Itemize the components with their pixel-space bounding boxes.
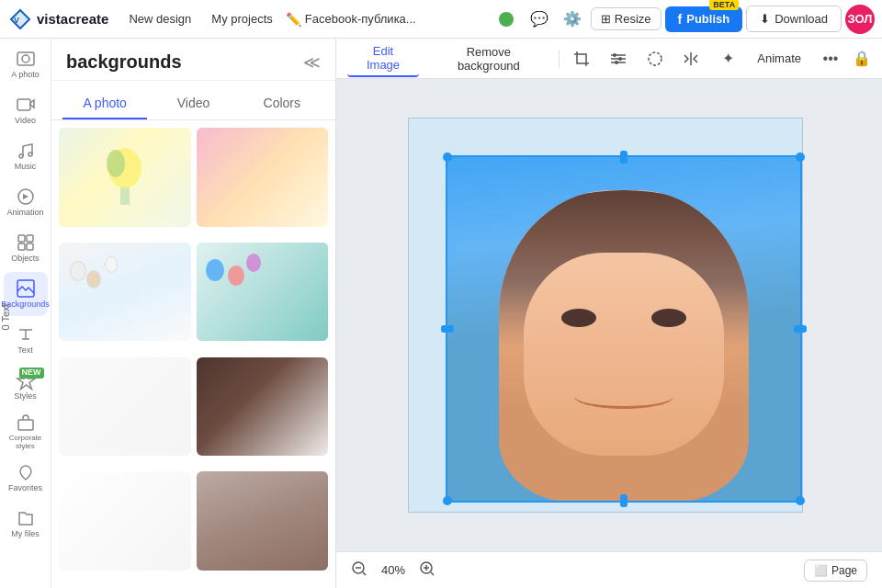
new-design-btn[interactable]: New design: [121, 8, 198, 29]
image-grid: [51, 120, 335, 588]
page-btn[interactable]: ⬜ Page: [804, 560, 867, 582]
animation-icon: [16, 187, 36, 207]
panel-title: backgrounds: [66, 51, 182, 73]
download-btn[interactable]: ⬇ Download: [746, 6, 842, 32]
svg-point-7: [28, 153, 32, 156]
music-icon: [16, 141, 36, 161]
crop-icon: [573, 51, 590, 67]
adjust-btn[interactable]: [604, 44, 633, 74]
panel-tabs: A photo Video Colors: [51, 81, 335, 120]
sidebar-item-photo[interactable]: A photo: [4, 42, 48, 86]
download-icon: ⬇: [760, 12, 770, 26]
favorites-icon: [16, 462, 36, 482]
bg-image-3[interactable]: [59, 243, 191, 342]
project-name[interactable]: ✏️ Facebook-публика...: [286, 12, 416, 27]
svg-rect-11: [18, 243, 25, 250]
facebook-icon: f: [678, 12, 683, 27]
myfiles-icon: [16, 508, 36, 528]
bg-image-7[interactable]: [59, 471, 191, 571]
beta-badge: BETA: [709, 0, 739, 10]
svg-point-18: [613, 53, 616, 57]
more-btn[interactable]: •••: [816, 44, 845, 74]
svg-text:V: V: [14, 16, 19, 25]
canvas-frame: [408, 118, 803, 513]
tab-video[interactable]: Video: [151, 88, 235, 119]
bg-image-5[interactable]: [59, 357, 191, 457]
backgrounds-panel: backgrounds ≪ A photo Video Colors: [51, 39, 336, 588]
video-icon: [16, 95, 36, 115]
nav-icons: 💬 ⚙️ ⊞ Resize BETA f Publish ⬇ Download …: [492, 5, 875, 34]
sidebar-item-styles[interactable]: NEW Styles: [4, 364, 48, 408]
remove-bg-btn[interactable]: Remove background: [426, 41, 551, 76]
svg-rect-10: [27, 235, 33, 242]
toolbar-divider-1: [559, 50, 560, 68]
bg-image-2[interactable]: [197, 128, 329, 227]
bg-image-4[interactable]: [197, 243, 329, 342]
animate-btn[interactable]: Animate: [750, 48, 808, 69]
sidebar-item-objects[interactable]: Objects: [4, 226, 48, 270]
svg-point-17: [107, 150, 125, 177]
photo-icon: [16, 49, 36, 69]
svg-rect-15: [120, 187, 130, 205]
svg-rect-9: [18, 235, 25, 242]
corporate-icon: [16, 413, 36, 433]
zoom-in-btn[interactable]: [419, 560, 435, 581]
sparkle-btn[interactable]: ✦: [713, 44, 742, 74]
tab-colors[interactable]: Colors: [240, 88, 324, 119]
canvas-workspace[interactable]: [336, 79, 882, 551]
sidebar-item-corporate[interactable]: Corporate styles: [4, 410, 48, 454]
new-badge: NEW: [19, 368, 44, 379]
svg-rect-12: [27, 243, 33, 250]
svg-point-21: [649, 52, 662, 65]
zoom-out-icon: [351, 560, 368, 577]
canvas-area: Edit Image Remove background ✦ Animate •…: [336, 39, 882, 588]
top-nav: V vistacreate New design My projects ✏️ …: [0, 0, 882, 39]
zoom-level: 40%: [377, 563, 410, 577]
crop-btn[interactable]: [567, 44, 596, 74]
svg-point-6: [19, 154, 23, 158]
panel-collapse-btn[interactable]: ≪: [303, 52, 321, 73]
flip-btn[interactable]: [676, 44, 706, 74]
logo-text: vistacreate: [37, 11, 108, 27]
image-element[interactable]: [446, 155, 802, 503]
cutout-btn[interactable]: [640, 44, 670, 74]
svg-rect-14: [18, 420, 33, 430]
bottom-bar: 40% ⬜ Page: [336, 551, 882, 588]
share-btn[interactable]: ⚙️: [558, 5, 587, 34]
sidebar-item-animation[interactable]: Animation: [4, 180, 48, 224]
zoom-in-icon: [419, 560, 435, 577]
adjust-icon: [610, 51, 627, 67]
sidebar-item-favorites[interactable]: Favorites: [4, 456, 48, 500]
objects-icon: [16, 232, 36, 253]
text-label: 0 Text: [0, 294, 11, 340]
bg-image-8[interactable]: [197, 471, 329, 571]
svg-point-20: [615, 61, 618, 64]
svg-point-19: [618, 57, 622, 61]
tab-aphoto[interactable]: A photo: [62, 88, 147, 119]
cutout-icon: [647, 51, 663, 67]
my-projects-btn[interactable]: My projects: [204, 8, 279, 29]
sidebar-item-music[interactable]: Music: [4, 134, 48, 178]
svg-point-4: [22, 55, 29, 62]
text-icon: [16, 324, 36, 345]
zoom-out-btn[interactable]: [351, 560, 368, 581]
green-circle-btn[interactable]: [492, 5, 521, 34]
svg-rect-3: [17, 52, 34, 65]
sidebar-item-myfiles[interactable]: My files: [4, 502, 48, 546]
bg-image-1[interactable]: [59, 128, 191, 227]
sidebar-item-video[interactable]: Video: [4, 88, 48, 132]
chat-btn[interactable]: 💬: [525, 5, 554, 34]
logo[interactable]: V vistacreate: [7, 6, 108, 32]
svg-rect-5: [17, 99, 30, 110]
resize-btn[interactable]: ⊞ Resize: [591, 7, 662, 30]
panel-header: backgrounds ≪: [51, 39, 335, 81]
flip-icon: [683, 51, 699, 67]
image-toolbar: Edit Image Remove background ✦ Animate •…: [336, 39, 882, 79]
main-layout: A photo Video Music Animation Objects Ba…: [0, 39, 882, 588]
lock-icon: 🔒: [853, 50, 871, 67]
publish-btn[interactable]: BETA f Publish: [665, 6, 743, 32]
bg-image-6[interactable]: [197, 357, 329, 457]
avatar[interactable]: ЗОЛ: [845, 5, 875, 34]
resize-icon: ⊞: [601, 12, 611, 26]
edit-image-btn[interactable]: Edit Image: [347, 40, 419, 77]
